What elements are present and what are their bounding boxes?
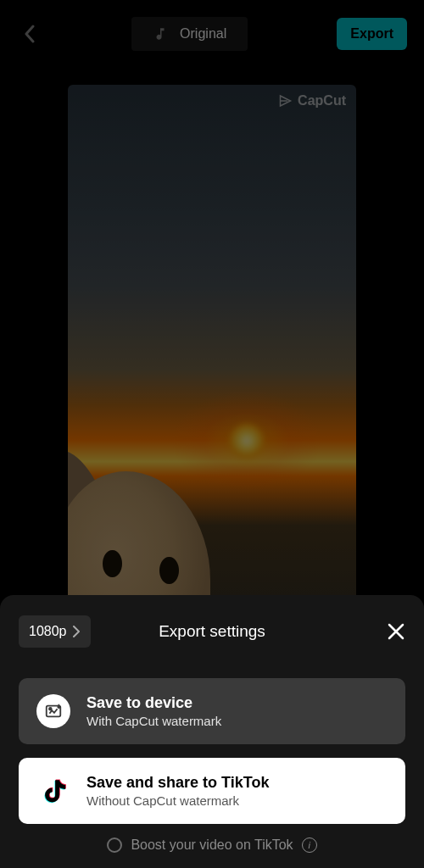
save-device-icon xyxy=(36,693,71,729)
panel-header: 1080p Export settings xyxy=(19,615,405,648)
export-settings-panel: 1080p Export settings Save to device Wit… xyxy=(0,595,424,868)
save-share-tiktok-option[interactable]: Save and share to TikTok Without CapCut … xyxy=(19,758,405,824)
boost-tiktok-option[interactable]: Boost your video on TikTok i xyxy=(19,837,405,853)
option-title: Save and share to TikTok xyxy=(86,774,269,792)
preview-sun xyxy=(230,424,264,458)
resolution-value: 1080p xyxy=(29,624,67,639)
option-text: Save to device With CapCut watermark xyxy=(86,694,221,728)
resolution-selector[interactable]: 1080p xyxy=(19,615,91,648)
option-text: Save and share to TikTok Without CapCut … xyxy=(86,774,269,808)
svg-point-1 xyxy=(49,708,52,710)
capcut-logo-icon xyxy=(279,94,294,108)
export-button[interactable]: Export xyxy=(337,18,407,50)
sound-selector[interactable]: Original xyxy=(131,17,248,51)
chevron-right-icon xyxy=(72,626,81,637)
close-button[interactable] xyxy=(387,622,405,641)
boost-label: Boost your video on TikTok xyxy=(131,837,293,853)
capcut-watermark: CapCut xyxy=(279,93,346,108)
save-to-device-option[interactable]: Save to device With CapCut watermark xyxy=(19,678,405,744)
radio-icon xyxy=(107,837,122,853)
option-subtitle: With CapCut watermark xyxy=(86,714,221,728)
music-icon xyxy=(153,26,168,42)
tiktok-icon xyxy=(36,773,71,809)
option-subtitle: Without CapCut watermark xyxy=(86,793,269,808)
panel-title: Export settings xyxy=(159,622,265,641)
info-icon[interactable]: i xyxy=(302,837,317,853)
sound-label: Original xyxy=(180,26,226,42)
back-button[interactable] xyxy=(17,21,42,47)
close-icon xyxy=(387,622,405,641)
option-title: Save to device xyxy=(86,694,221,712)
export-label: Export xyxy=(350,26,393,41)
watermark-text: CapCut xyxy=(298,93,346,108)
